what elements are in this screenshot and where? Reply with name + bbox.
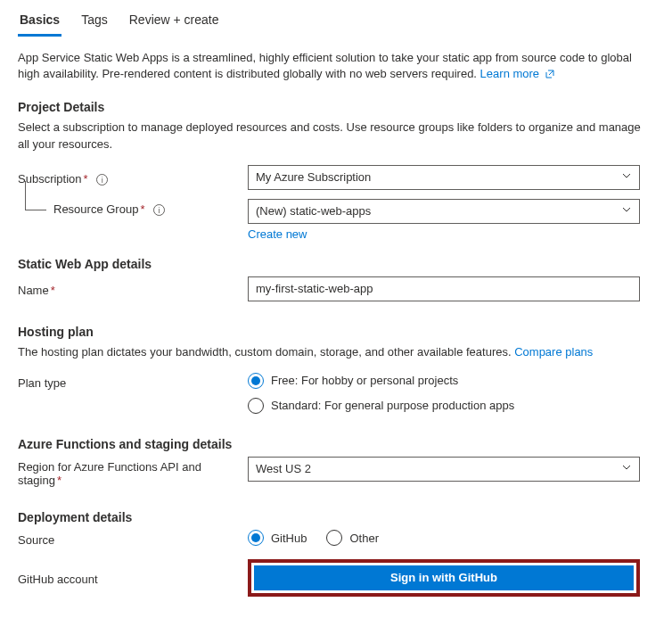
rg-label-text: Resource Group — [53, 202, 138, 216]
external-link-icon — [545, 68, 555, 84]
tab-basics[interactable]: Basics — [18, 7, 61, 37]
radio-icon — [248, 398, 264, 414]
region-value: West US 2 — [256, 462, 311, 475]
project-details-desc: Select a subscription to manage deployed… — [18, 120, 654, 152]
subscription-label-text: Subscription — [18, 172, 82, 186]
plan-standard-option[interactable]: Standard: For general purpose production… — [248, 398, 640, 414]
hosting-desc-text: The hosting plan dictates your bandwidth… — [18, 345, 512, 359]
github-account-label: GitHub account — [18, 569, 248, 586]
project-details-heading: Project Details — [18, 100, 654, 114]
tabs-bar: Basics Tags Review + create — [18, 0, 654, 37]
deployment-heading: Deployment details — [18, 510, 654, 524]
name-input[interactable]: my-first-static-web-app — [248, 276, 640, 301]
learn-more-link[interactable]: Learn more — [480, 67, 555, 80]
info-icon[interactable]: i — [96, 174, 108, 186]
name-label: Name* — [18, 280, 248, 297]
region-select[interactable]: West US 2 — [248, 457, 640, 482]
source-github-label: GitHub — [271, 532, 307, 545]
sign-in-github-button[interactable]: Sign in with GitHub — [254, 565, 634, 590]
info-icon[interactable]: i — [153, 204, 165, 216]
plan-type-label: Plan type — [18, 373, 248, 390]
plan-type-group: Free: For hobby or personal projects Sta… — [248, 373, 640, 414]
plan-standard-label: Standard: For general purpose production… — [271, 399, 514, 412]
hosting-plan-heading: Hosting plan — [18, 325, 654, 339]
name-value: my-first-static-web-app — [256, 282, 373, 295]
resource-group-select[interactable]: (New) static-web-apps — [248, 199, 640, 224]
source-label: Source — [18, 530, 248, 547]
subscription-value: My Azure Subscription — [256, 170, 371, 184]
intro-text: App Service Static Web Apps is a streaml… — [18, 50, 654, 84]
name-label-text: Name — [18, 284, 49, 297]
subscription-label: Subscription* i — [18, 169, 248, 186]
plan-free-option[interactable]: Free: For hobby or personal projects — [248, 373, 640, 389]
create-new-link[interactable]: Create new — [248, 227, 640, 241]
required-marker: * — [140, 202, 144, 216]
radio-icon — [248, 373, 264, 389]
plan-free-label: Free: For hobby or personal projects — [271, 374, 458, 387]
hosting-plan-desc: The hosting plan dictates your bandwidth… — [18, 344, 654, 360]
required-marker: * — [84, 172, 88, 186]
tab-tags[interactable]: Tags — [79, 7, 110, 37]
chevron-down-icon — [621, 204, 632, 218]
source-group: GitHub Other — [248, 530, 640, 546]
radio-icon — [248, 530, 264, 546]
functions-heading: Azure Functions and staging details — [18, 437, 654, 451]
learn-more-label: Learn more — [480, 67, 539, 80]
highlight-annotation: Sign in with GitHub — [248, 559, 640, 597]
chevron-down-icon — [621, 170, 632, 184]
region-label-text: Region for Azure Functions API and stagi… — [18, 460, 201, 487]
source-github-option[interactable]: GitHub — [248, 530, 307, 546]
chevron-down-icon — [621, 462, 632, 475]
rg-value: (New) static-web-apps — [256, 204, 371, 218]
swa-details-heading: Static Web App details — [18, 257, 654, 271]
source-other-option[interactable]: Other — [326, 530, 379, 546]
region-label: Region for Azure Functions API and stagi… — [18, 457, 248, 487]
radio-icon — [326, 530, 342, 546]
source-other-label: Other — [349, 532, 379, 545]
subscription-select[interactable]: My Azure Subscription — [248, 165, 640, 190]
compare-plans-link[interactable]: Compare plans — [514, 345, 593, 359]
required-marker: * — [51, 284, 55, 297]
tab-review-create[interactable]: Review + create — [127, 7, 221, 37]
required-marker: * — [57, 474, 61, 487]
resource-group-label: Resource Group* i — [18, 199, 248, 216]
